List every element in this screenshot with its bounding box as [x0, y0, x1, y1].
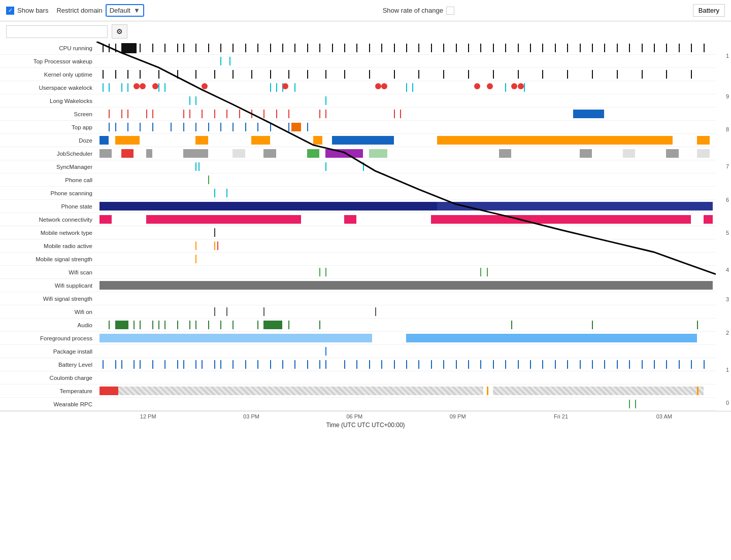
chart-row-top_app	[96, 121, 716, 134]
row-label-mobilesig: Mobile signal strength	[0, 253, 96, 266]
x-tick: 12 PM	[96, 411, 200, 419]
y-axis-label: 1	[726, 53, 729, 59]
chart-row-mobilenet	[96, 226, 716, 239]
chart-row-phonecall	[96, 173, 716, 187]
row-label-wifisup: Wifi supplicant	[0, 279, 96, 292]
row-label-doze: Doze	[0, 134, 96, 147]
chart-row-audio	[96, 319, 716, 332]
y-axis-label: 9	[726, 93, 729, 99]
toolbar: ✓ Show bars Restrict domain Default ▼ Sh…	[0, 0, 731, 21]
chart-row-mobilesig	[96, 253, 716, 266]
y-axis-label: 7	[726, 163, 729, 169]
chart-row-top_proc	[96, 55, 716, 68]
row-label-netconn: Network connectivity	[0, 213, 96, 226]
chart-row-pkginstall	[96, 345, 716, 358]
y-axis-label: 6	[726, 197, 729, 203]
y-axis-label: 4	[726, 267, 729, 273]
main-chart: CPU runningTop Processor wakeupKernel on…	[0, 42, 731, 411]
show-rate-label: Show rate of change	[383, 7, 443, 14]
show-bars-label: Show bars	[17, 7, 48, 14]
show-rate-control: Show rate of change	[383, 7, 454, 15]
y-axis-label: 8	[726, 126, 729, 132]
row-label-fgproc: Foreground process	[0, 332, 96, 345]
chevron-down-icon: ▼	[134, 7, 140, 14]
y-axis-label: 1	[726, 367, 729, 373]
chart-row-jobsched	[96, 147, 716, 160]
restrict-domain-select[interactable]: Default ▼	[106, 4, 144, 17]
row-label-screen: Screen	[0, 108, 96, 121]
x-axis: 12 PM03 PM06 PM09 PMFri 2103 AM	[0, 411, 731, 419]
chart-row-phonescan	[96, 187, 716, 200]
chart-area	[96, 42, 716, 411]
chart-row-long_wake	[96, 94, 716, 108]
x-title: Time (UTC UTC UTC+00:00)	[0, 419, 731, 433]
y-axis-label: 2	[726, 330, 729, 336]
row-label-wifion: Wifi on	[0, 305, 96, 319]
chart-row-wifion	[96, 305, 716, 319]
chart-row-blevel	[96, 358, 716, 371]
row-label-phonescan: Phone scanning	[0, 187, 96, 200]
restrict-domain-value: Default	[110, 7, 130, 14]
row-label-phonecall: Phone call	[0, 173, 96, 187]
row-label-coulomb: Coulomb charge	[0, 371, 96, 384]
row-label-phonestate: Phone state	[0, 200, 96, 213]
row-label-mobilenet: Mobile network type	[0, 226, 96, 239]
x-tick: Fri 21	[509, 411, 612, 419]
search-input[interactable]	[6, 25, 108, 38]
row-label-syncmgr: SyncManager	[0, 160, 96, 173]
x-tick: 09 PM	[406, 411, 509, 419]
row-label-cpu: CPU running	[0, 42, 96, 55]
settings-button[interactable]: ⚙	[112, 24, 127, 39]
show-bars-checkbox[interactable]: ✓	[6, 7, 14, 15]
chart-row-syncmgr	[96, 160, 716, 173]
chart-row-wifiscan	[96, 266, 716, 279]
chart-row-netconn	[96, 213, 716, 226]
chart-row-wearable	[96, 398, 716, 411]
chart-row-userspace	[96, 81, 716, 94]
row-label-wearable: Wearable RPC	[0, 398, 96, 411]
row-label-blevel: Battery Level	[0, 358, 96, 371]
labels-column: CPU runningTop Processor wakeupKernel on…	[0, 42, 96, 411]
chart-row-doze	[96, 134, 716, 147]
chart-row-coulomb	[96, 371, 716, 384]
chart-row-temperature	[96, 384, 716, 398]
y-axis-label: 5	[726, 230, 729, 236]
row-label-temperature: Temperature	[0, 384, 96, 398]
chart-row-wifisup	[96, 279, 716, 292]
row-label-jobsched: JobScheduler	[0, 147, 96, 160]
chart-row-kernel	[96, 68, 716, 81]
row-label-userspace: Userspace wakelock	[0, 81, 96, 94]
row-label-top_proc: Top Processor wakeup	[0, 55, 96, 68]
row-label-mobileradio: Mobile radio active	[0, 239, 96, 253]
search-row: ⚙	[0, 21, 731, 42]
chart-row-cpu	[96, 42, 716, 55]
row-label-wifisig: Wifi signal strength	[0, 292, 96, 305]
show-bars-control: ✓ Show bars	[6, 7, 48, 15]
chart-row-screen	[96, 108, 716, 121]
restrict-domain-control: Restrict domain Default ▼	[56, 4, 144, 17]
battery-button[interactable]: Battery	[693, 4, 725, 17]
x-tick: 03 AM	[613, 411, 716, 419]
chart-row-wifisig	[96, 292, 716, 305]
row-label-pkginstall: Package install	[0, 345, 96, 358]
x-tick: 03 PM	[200, 411, 303, 419]
y-axis-label: 3	[726, 296, 729, 302]
chart-row-phonestate	[96, 200, 716, 213]
row-label-long_wake: Long Wakelocks	[0, 94, 96, 108]
x-tick: 06 PM	[303, 411, 406, 419]
chart-row-fgproc	[96, 332, 716, 345]
row-label-top_app: Top app	[0, 121, 96, 134]
y-axis: 19876543210	[716, 42, 731, 411]
row-label-wifiscan: Wifi scan	[0, 266, 96, 279]
row-label-audio: Audio	[0, 319, 96, 332]
y-axis-label: 0	[726, 400, 729, 406]
show-rate-checkbox[interactable]	[446, 7, 454, 15]
chart-row-mobileradio	[96, 239, 716, 253]
row-label-kernel: Kernel only uptime	[0, 68, 96, 81]
restrict-domain-label: Restrict domain	[56, 7, 102, 14]
